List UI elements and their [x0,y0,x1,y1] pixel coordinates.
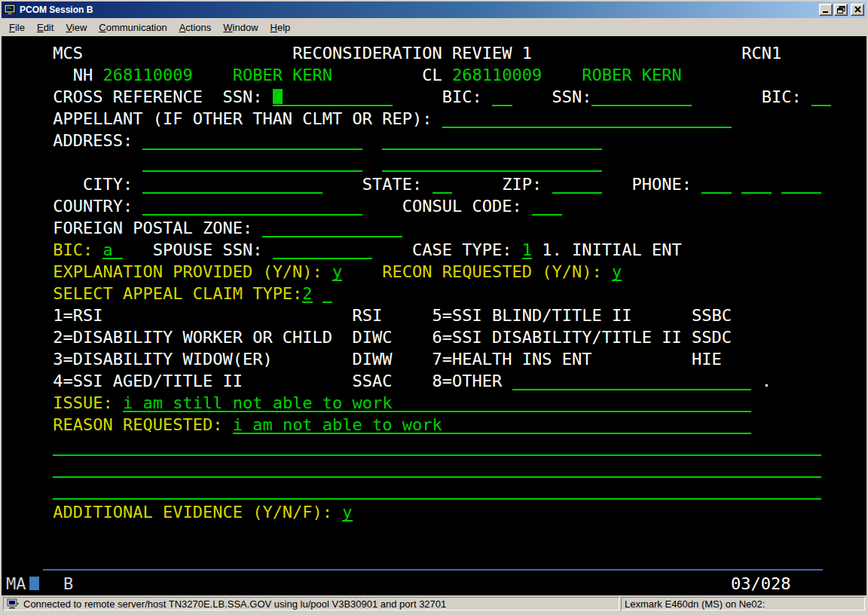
phone2-field[interactable] [741,173,772,194]
claimant-row: NH 268110009 ROBER KERN CL 268110009 ROB… [43,64,866,86]
recon-requested-label: RECON REQUESTED (Y/N): [382,261,601,283]
reason-cont1-field[interactable] [53,436,821,456]
claim-code-1: RSI [353,304,383,326]
appellant-label: APPELLANT (IF OTHER THAN CLMT OR REP): [53,108,432,130]
menu-communication[interactable]: Communication [93,20,173,35]
consul-code-field[interactable] [532,195,562,216]
statusbar-connection-panel: Connected to remote server/host TN3270E.… [3,597,619,610]
bic-case-type-row: BIC: a SPOUSE SSN: CASE TYPE: 1 1. INITI… [43,239,866,261]
cross-ref-bic1-field[interactable] [492,86,512,106]
appellant-field[interactable] [442,108,732,128]
recon-requested-field[interactable]: y [612,261,622,281]
zip-field[interactable] [552,173,602,194]
claim-code-2: DIWC [353,326,393,348]
restore-button[interactable] [834,4,848,16]
cl-label: CL [422,64,442,86]
reason-requested-field[interactable]: i am not able to work [233,414,752,434]
minimize-button[interactable] [819,4,833,16]
reason-requested-row: REASON REQUESTED: i am not able to work [43,414,866,436]
phone3-field[interactable] [781,173,821,194]
reason-cont2-field[interactable] [53,457,821,478]
menubar: File Edit View Communication Actions Win… [2,18,866,36]
cl-ssn: 268110009 [452,64,542,86]
city-state-zip-row: CITY: STATE: ZIP: PHONE: [43,173,866,195]
oia-cursor-position: 03/028 [731,573,790,595]
foreign-postal-row: FOREIGN POSTAL ZONE: [43,217,866,239]
address-line2a-field[interactable] [142,151,362,172]
case-type-field[interactable]: 1 [522,239,532,259]
additional-evidence-field[interactable]: y [342,501,352,522]
case-type-desc: 1. INITIAL ENT [542,239,681,261]
menu-view[interactable]: View [60,20,93,35]
menu-help[interactable]: Help [264,20,297,35]
window-title: PCOM Session B [20,5,819,15]
cross-ref-bic2-label: BIC: [762,86,802,108]
connection-icon [7,598,20,610]
minimize-icon [822,6,830,14]
claim-option-3: 3=DISABILITY WIDOW(ER) [53,348,272,370]
menu-edit[interactable]: Edit [31,20,60,35]
phone1-field[interactable] [701,173,732,194]
cross-reference-label: CROSS REFERENCE [53,86,203,108]
titlebar[interactable]: PCOM Session B [2,2,866,18]
screen-id: RCN1 [741,42,781,64]
city-field[interactable] [142,173,322,194]
restore-icon [837,6,845,14]
nh-label: NH [73,64,93,86]
claim-option-4: 4=SSI AGED/TITLE II [53,370,243,392]
claim-code-7: HIE [692,348,722,370]
nh-ssn: 268110009 [102,64,192,86]
claim-option-2: 2=DISABILITY WORKER OR CHILD [53,326,332,348]
statusbar-printer-panel: Lexmark E460dn (MS) on Ne02: [621,597,865,610]
cross-ref-ssn2-field[interactable] [591,86,691,106]
claim-type-extra-field[interactable] [322,283,332,303]
system-label: MCS [53,42,83,64]
claim-option-6: 6=SSI DISABILITY/TITLE II [432,326,682,348]
cross-ref-ssn1-field[interactable] [273,86,393,106]
claim-options-row-1: 1=RSI RSI 5=SSI BLIND/TITLE II SSBC [43,304,866,326]
claim-type-field[interactable]: 2 [302,283,312,303]
menu-window[interactable]: Window [217,20,264,35]
case-type-label: CASE TYPE: [412,239,512,261]
address-line1a-field[interactable] [142,130,362,150]
state-field[interactable] [432,173,452,194]
menu-actions[interactable]: Actions [173,20,218,35]
oia-separator [43,569,823,571]
foreign-postal-field[interactable] [262,217,402,237]
address-row-2 [43,151,866,173]
claim-options-row-4: 4=SSI AGED/TITLE II SSAC 8=OTHER . [43,370,866,392]
reason-continuation-row-3 [43,479,866,501]
close-button[interactable] [851,4,864,16]
bic-field[interactable]: a [102,239,122,259]
claim-options-row-2: 2=DISABILITY WORKER OR CHILD DIWC 6=SSI … [43,326,866,348]
oia-session-id: B [63,573,73,595]
cross-ref-bic2-field[interactable] [811,86,831,106]
cross-ref-ssn1-label: SSN: [222,86,262,108]
claim-option-8: 8=OTHER [432,370,503,392]
country-field[interactable] [142,195,362,216]
reason-continuation-row-2 [43,457,866,479]
reason-requested-label: REASON REQUESTED: [53,414,222,436]
claim-code-6: SSDC [692,326,732,348]
claim-other-field[interactable] [512,370,752,390]
menu-file[interactable]: File [3,20,31,35]
issue-field[interactable]: i am still not able to work [123,392,751,412]
zip-label: ZIP: [502,173,542,195]
cross-ref-ssn2-label: SSN: [552,86,592,108]
cross-ref-bic1-label: BIC: [442,86,482,108]
appellant-row: APPELLANT (IF OTHER THAN CLMT OR REP): [43,108,866,130]
select-appeal-claim-type-label: SELECT APPEAL CLAIM TYPE: [53,283,302,304]
statusbar: Connected to remote server/host TN3270E.… [2,595,866,613]
issue-row: ISSUE: i am still not able to work [43,392,866,414]
state-label: STATE: [362,173,422,195]
screen-header-row: MCS RECONSIDERATION REVIEW 1 RCN1 [43,42,866,64]
address-line1b-field[interactable] [382,130,601,150]
terminal-screen[interactable]: MCS RECONSIDERATION REVIEW 1 RCN1 NH 268… [2,36,866,595]
address-line2b-field[interactable] [382,151,601,172]
explanation-provided-field[interactable]: y [332,261,342,281]
screen-title: RECONSIDERATION REVIEW 1 [292,42,532,64]
printer-status-text: Lexmark E460dn (MS) on Ne02: [625,598,765,610]
reason-cont3-field[interactable] [53,479,821,500]
spouse-ssn-field[interactable] [273,239,372,259]
spouse-ssn-label: SPOUSE SSN: [153,239,263,261]
